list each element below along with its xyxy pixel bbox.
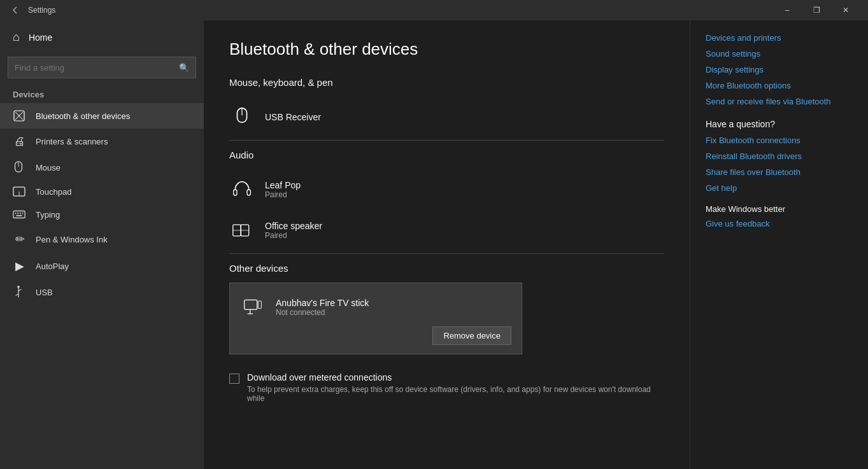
- sidebar-home-button[interactable]: ⌂ Home: [0, 20, 204, 54]
- printers-icon: 🖨: [13, 135, 27, 148]
- maximize-button[interactable]: ❐: [802, 0, 831, 20]
- device-name-office-speaker: Office speaker: [265, 221, 322, 231]
- main-content: Bluetooth & other devices Mouse, keyboar…: [204, 20, 690, 469]
- section-audio-title: Audio: [229, 150, 664, 160]
- sidebar-item-autoplay[interactable]: ▶ AutoPlay: [0, 253, 204, 279]
- link-reinstall-drivers[interactable]: Reinstall Bluetooth drivers: [706, 151, 853, 161]
- device-office-speaker[interactable]: Office speaker Paired: [229, 210, 664, 251]
- svg-rect-12: [16, 215, 22, 216]
- sidebar-item-label-mouse: Mouse: [36, 163, 60, 172]
- autoplay-icon: ▶: [13, 259, 27, 273]
- sidebar-item-pen[interactable]: ✏ Pen & Windows Ink: [0, 226, 204, 253]
- device-status-fire-tv: Not connected: [276, 308, 369, 317]
- metered-connections-checkbox[interactable]: [229, 374, 239, 384]
- device-info-office-speaker: Office speaker Paired: [265, 221, 322, 240]
- device-icon-tv: [240, 295, 266, 320]
- sidebar-item-touchpad[interactable]: Touchpad: [0, 180, 204, 203]
- sidebar-item-label-bluetooth: Bluetooth & other devices: [36, 111, 130, 121]
- mouse-icon: [13, 161, 27, 174]
- device-name-fire-tv: Anubhav's Fire TV stick: [276, 298, 369, 308]
- touchpad-icon: [13, 186, 27, 197]
- device-icon-headphones: [229, 177, 255, 202]
- sidebar-item-label-autoplay: AutoPlay: [36, 262, 69, 271]
- sidebar-item-typing[interactable]: Typing: [0, 203, 204, 226]
- link-more-bluetooth[interactable]: More Bluetooth options: [706, 81, 853, 90]
- sidebar-item-bluetooth[interactable]: Bluetooth & other devices: [0, 103, 204, 129]
- link-get-help[interactable]: Get help: [706, 183, 853, 193]
- section-other-title: Other devices: [229, 263, 664, 274]
- titlebar: Settings – ❐ ✕: [0, 0, 868, 20]
- svg-rect-10: [20, 213, 21, 214]
- usb-icon: [13, 286, 27, 298]
- sidebar-item-label-usb: USB: [36, 288, 53, 297]
- search-input[interactable]: [15, 63, 179, 73]
- pen-icon: ✏: [13, 232, 27, 246]
- sidebar-item-usb[interactable]: USB: [0, 279, 204, 305]
- typing-icon: [13, 209, 27, 220]
- device-name-usb-receiver: USB Receiver: [265, 112, 321, 122]
- remove-device-button[interactable]: Remove device: [432, 326, 511, 345]
- checkbox-row-metered: Download over metered connections To hel…: [229, 372, 664, 403]
- link-display-settings[interactable]: Display settings: [706, 65, 853, 74]
- sidebar-item-printers[interactable]: 🖨 Printers & scanners: [0, 129, 204, 155]
- svg-rect-24: [245, 300, 257, 309]
- sidebar-item-mouse[interactable]: Mouse: [0, 155, 204, 180]
- link-fix-bluetooth[interactable]: Fix Bluetooth connections: [706, 136, 853, 145]
- close-button[interactable]: ✕: [831, 0, 860, 20]
- feedback-title: Make Windows better: [706, 204, 853, 214]
- link-share-files[interactable]: Share files over Bluetooth: [706, 167, 853, 177]
- search-icon: 🔍: [179, 63, 189, 73]
- device-info-leaf-pop: Leaf Pop Paired: [265, 180, 301, 199]
- svg-rect-9: [17, 213, 18, 214]
- link-sound-settings[interactable]: Sound settings: [706, 49, 853, 59]
- app-body: ⌂ Home 🔍 Devices Bluetooth & other devic…: [0, 20, 868, 469]
- device-leaf-pop[interactable]: Leaf Pop Paired: [229, 169, 664, 210]
- svg-rect-11: [22, 213, 24, 214]
- home-label: Home: [29, 32, 52, 43]
- link-devices-printers[interactable]: Devices and printers: [706, 33, 853, 43]
- device-name-leaf-pop: Leaf Pop: [265, 180, 301, 190]
- minimize-button[interactable]: –: [772, 0, 802, 20]
- checkbox-desc: To help prevent extra charges, keep this…: [247, 385, 664, 403]
- home-icon: ⌂: [13, 31, 20, 44]
- section-mouse-keyboard-title: Mouse, keyboard, & pen: [229, 77, 664, 88]
- divider-1: [229, 140, 664, 141]
- checkbox-label: Download over metered connections: [247, 372, 664, 382]
- back-button[interactable]: [8, 3, 23, 18]
- device-info-usb-receiver: USB Receiver: [265, 112, 321, 122]
- sidebar: ⌂ Home 🔍 Devices Bluetooth & other devic…: [0, 20, 204, 469]
- svg-rect-7: [13, 211, 25, 218]
- titlebar-title: Settings: [28, 6, 55, 15]
- help-title: Have a question?: [706, 119, 853, 129]
- link-give-feedback[interactable]: Give us feedback: [706, 219, 853, 228]
- device-status-leaf-pop: Paired: [265, 190, 301, 199]
- right-panel: Devices and printers Sound settings Disp…: [690, 20, 868, 469]
- checkbox-text: Download over metered connections To hel…: [247, 372, 664, 403]
- window-controls: – ❐ ✕: [772, 0, 860, 20]
- sidebar-item-label-touchpad: Touchpad: [36, 187, 71, 197]
- link-send-receive[interactable]: Send or receive files via Bluetooth: [706, 97, 853, 106]
- divider-2: [229, 253, 664, 254]
- device-icon-speaker: [229, 218, 255, 243]
- svg-rect-19: [234, 190, 237, 195]
- search-box[interactable]: 🔍: [8, 57, 196, 78]
- svg-rect-20: [247, 190, 250, 195]
- device-fire-tv-expanded[interactable]: Anubhav's Fire TV stick Not connected Re…: [229, 283, 522, 354]
- page-title: Bluetooth & other devices: [229, 39, 664, 59]
- device-fire-tv-item: Anubhav's Fire TV stick Not connected: [240, 292, 511, 323]
- sidebar-section-label: Devices: [0, 83, 204, 103]
- device-info-fire-tv: Anubhav's Fire TV stick Not connected: [276, 298, 369, 317]
- device-usb-receiver[interactable]: USB Receiver: [229, 97, 664, 137]
- sidebar-item-label-pen: Pen & Windows Ink: [36, 235, 108, 244]
- device-icon-mouse: [229, 104, 255, 130]
- svg-point-16: [17, 286, 20, 288]
- svg-rect-8: [15, 213, 17, 214]
- svg-rect-25: [258, 301, 261, 309]
- bluetooth-icon: [13, 109, 27, 122]
- sidebar-item-label-printers: Printers & scanners: [36, 137, 108, 146]
- sidebar-item-label-typing: Typing: [36, 210, 60, 220]
- device-status-office-speaker: Paired: [265, 231, 322, 240]
